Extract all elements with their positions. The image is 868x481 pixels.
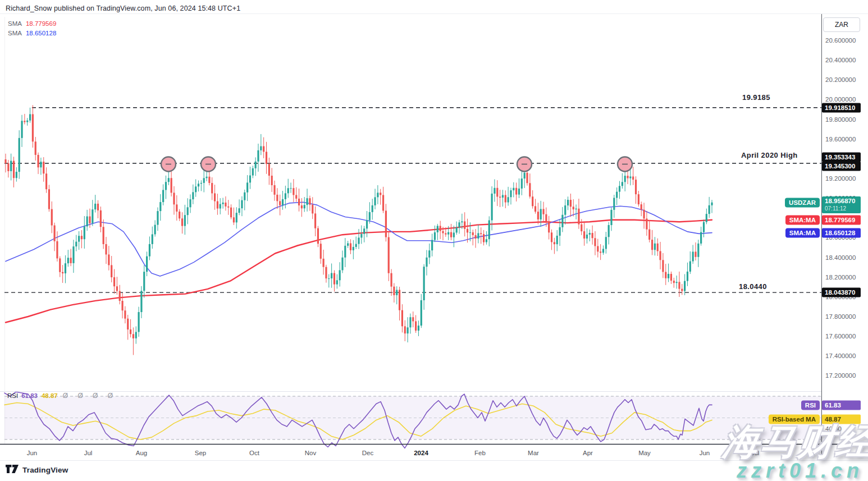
- currency-toggle-button[interactable]: ZAR: [823, 17, 860, 32]
- price-axis-tick[interactable]: 17.200000: [825, 372, 856, 379]
- time-axis-label-jul[interactable]: Jul: [84, 450, 93, 456]
- rsi-hidden-values-icons: Ø Ø Ø Ø: [63, 392, 117, 400]
- rsi-value: 61.83: [21, 392, 38, 399]
- tradingview-logo-icon: [6, 465, 19, 475]
- level-price-badge: 19.918510: [822, 103, 861, 112]
- time-axis-label-sep[interactable]: Sep: [195, 450, 206, 456]
- last-price-badge: 18.95687007:11:12: [822, 196, 861, 213]
- level-annotation-18-0440: 18.0440: [739, 282, 767, 291]
- rsi-label: RSI: [7, 392, 18, 399]
- sma-fast-price-badge: 18.779569: [822, 215, 861, 225]
- level-price-badge: 18.043870: [822, 288, 861, 297]
- sma-slow-label: SMA: [8, 30, 22, 36]
- rsi-name-badge: RSI: [801, 400, 820, 410]
- sma-fast-value: 18.779569: [26, 20, 56, 27]
- rsi-ma-value: 48.87: [42, 392, 58, 399]
- time-axis-label-feb[interactable]: Feb: [474, 450, 486, 456]
- time-axis-label-jun[interactable]: Jun: [27, 450, 38, 456]
- last-price-value: 18.956870: [825, 198, 858, 205]
- time-axis-label-2024[interactable]: 2024: [414, 450, 428, 456]
- sma-fast-legend-row[interactable]: SMA18.779569: [8, 19, 56, 29]
- publish-header: Richard_Snow published on TradingView.co…: [6, 4, 240, 12]
- price-axis-tick[interactable]: 20.200000: [825, 76, 856, 83]
- sma-slow-name-badge: SMA:MA: [785, 228, 820, 237]
- price-axis-tick[interactable]: 19.800000: [825, 116, 856, 123]
- price-axis-tick[interactable]: 20.600000: [825, 37, 856, 44]
- price-axis-tick[interactable]: 20.400000: [825, 57, 856, 63]
- time-axis-label-apr[interactable]: Apr: [583, 450, 593, 456]
- tradingview-chart-page: Richard_Snow published on TradingView.co…: [0, 0, 868, 481]
- time-axis-label-nov[interactable]: Nov: [305, 450, 316, 456]
- tradingview-brand-text: TradingView: [22, 466, 68, 474]
- bar-countdown: 07:11:12: [825, 205, 858, 212]
- price-axis-tick[interactable]: 17.600000: [825, 333, 856, 340]
- level-annotation-april-2020-high: April 2020 High: [741, 151, 798, 159]
- price-axis-tick[interactable]: 17.800000: [825, 313, 856, 320]
- price-chart-canvas[interactable]: [0, 0, 868, 481]
- time-axis-label-aug[interactable]: Aug: [136, 450, 147, 456]
- time-axis-label-may[interactable]: May: [638, 450, 651, 456]
- level-annotation-19-9185: 19.9185: [742, 93, 770, 102]
- price-axis-tick[interactable]: 17.400000: [825, 352, 856, 359]
- tradingview-footer[interactable]: TradingView: [6, 465, 68, 475]
- price-axis-tick[interactable]: 19.200000: [825, 175, 856, 182]
- sma-slow-value: 18.650128: [26, 30, 56, 36]
- sma-slow-legend-row[interactable]: SMA18.650128: [8, 29, 56, 38]
- price-axis-tick[interactable]: 18.200000: [825, 274, 856, 281]
- price-axis-tick[interactable]: 18.400000: [825, 254, 856, 261]
- level-price-badge: 19.345300: [822, 162, 861, 171]
- sma-fast-name-badge: SMA:MA: [785, 215, 820, 225]
- sma-legend: SMA18.779569 SMA18.650128: [8, 19, 56, 38]
- time-axis-label-oct[interactable]: Oct: [249, 450, 259, 456]
- watermark-url: zzrt01.cn: [737, 459, 864, 481]
- symbol-name-badge: USDZAR: [785, 198, 820, 207]
- time-axis-label-dec[interactable]: Dec: [362, 450, 373, 456]
- time-axis-label-mar[interactable]: Mar: [528, 450, 539, 456]
- sma-slow-price-badge: 18.650128: [822, 228, 861, 237]
- price-axis-tick[interactable]: 20.000000: [825, 96, 856, 103]
- price-axis-tick[interactable]: 19.600000: [825, 136, 856, 143]
- time-axis-label-jun[interactable]: Jun: [700, 450, 710, 456]
- rsi-indicator-legend[interactable]: RSI61.8348.87Ø Ø Ø Ø: [7, 392, 117, 400]
- level-price-badge: 19.353343: [822, 153, 861, 162]
- rsi-value-badge: 61.83: [822, 400, 861, 410]
- sma-fast-label: SMA: [8, 20, 22, 27]
